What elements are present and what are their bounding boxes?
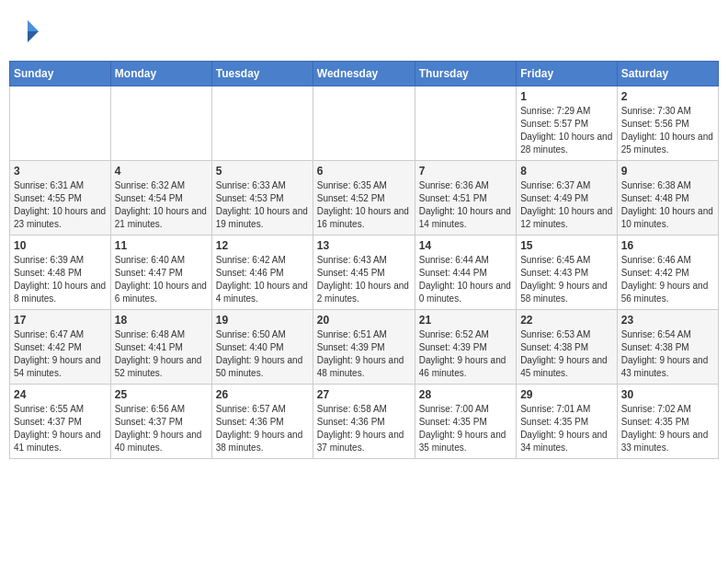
day-info: Sunrise: 6:55 AM Sunset: 4:37 PM Dayligh… [14,403,107,454]
day-number: 7 [419,165,512,178]
day-number: 21 [419,314,512,327]
calendar-cell: 20Sunrise: 6:51 AM Sunset: 4:39 PM Dayli… [313,310,415,385]
day-info: Sunrise: 6:51 AM Sunset: 4:39 PM Dayligh… [317,328,411,380]
calendar-cell: 8Sunrise: 6:37 AM Sunset: 4:49 PM Daylig… [517,161,618,236]
day-info: Sunrise: 6:45 AM Sunset: 4:43 PM Dayligh… [520,254,613,305]
calendar-cell: 15Sunrise: 6:45 AM Sunset: 4:43 PM Dayli… [517,236,618,310]
header-friday: Friday [517,62,618,86]
calendar-cell: 11Sunrise: 6:40 AM Sunset: 4:47 PM Dayli… [110,236,211,310]
day-number: 19 [216,314,309,327]
day-number: 14 [419,239,512,252]
svg-marker-0 [28,20,39,31]
calendar-cell: 25Sunrise: 6:56 AM Sunset: 4:37 PM Dayli… [110,385,211,459]
calendar-cell: 28Sunrise: 7:00 AM Sunset: 4:35 PM Dayli… [415,385,516,459]
day-number: 11 [115,239,208,252]
day-info: Sunrise: 6:32 AM Sunset: 4:54 PM Dayligh… [115,179,208,231]
calendar-cell: 6Sunrise: 6:35 AM Sunset: 4:52 PM Daylig… [313,161,415,236]
calendar-cell: 5Sunrise: 6:33 AM Sunset: 4:53 PM Daylig… [211,161,313,236]
day-number: 6 [317,165,411,178]
calendar-cell: 14Sunrise: 6:44 AM Sunset: 4:44 PM Dayli… [415,236,516,310]
calendar-week-2: 3Sunrise: 6:31 AM Sunset: 4:55 PM Daylig… [10,161,719,236]
day-info: Sunrise: 6:33 AM Sunset: 4:53 PM Dayligh… [216,179,309,231]
calendar-cell: 23Sunrise: 6:54 AM Sunset: 4:38 PM Dayli… [617,310,718,385]
day-number: 30 [621,388,714,401]
day-number: 25 [115,388,208,401]
calendar-cell [313,86,415,161]
day-number: 18 [115,314,208,327]
calendar-week-4: 17Sunrise: 6:47 AM Sunset: 4:42 PM Dayli… [10,310,719,385]
day-info: Sunrise: 6:38 AM Sunset: 4:48 PM Dayligh… [621,179,714,231]
day-info: Sunrise: 6:54 AM Sunset: 4:38 PM Dayligh… [621,328,714,380]
day-info: Sunrise: 7:29 AM Sunset: 5:57 PM Dayligh… [520,105,613,156]
calendar-cell: 12Sunrise: 6:42 AM Sunset: 4:46 PM Dayli… [211,236,313,310]
day-info: Sunrise: 6:56 AM Sunset: 4:37 PM Dayligh… [115,403,208,454]
calendar-cell: 22Sunrise: 6:53 AM Sunset: 4:38 PM Dayli… [517,310,618,385]
calendar-cell [10,86,111,161]
calendar-cell: 19Sunrise: 6:50 AM Sunset: 4:40 PM Dayli… [211,310,313,385]
calendar-cell: 26Sunrise: 6:57 AM Sunset: 4:36 PM Dayli… [211,385,313,459]
day-info: Sunrise: 6:52 AM Sunset: 4:39 PM Dayligh… [419,328,512,380]
day-number: 8 [520,165,613,178]
header-monday: Monday [110,62,211,86]
logo-icon [13,17,42,46]
day-info: Sunrise: 6:58 AM Sunset: 4:36 PM Dayligh… [317,403,411,454]
day-number: 4 [115,165,208,178]
calendar-cell: 18Sunrise: 6:48 AM Sunset: 4:41 PM Dayli… [110,310,211,385]
header-wednesday: Wednesday [313,62,415,86]
day-number: 17 [14,314,107,327]
day-number: 5 [216,165,309,178]
calendar-cell: 4Sunrise: 6:32 AM Sunset: 4:54 PM Daylig… [110,161,211,236]
calendar-cell: 13Sunrise: 6:43 AM Sunset: 4:45 PM Dayli… [313,236,415,310]
day-info: Sunrise: 6:57 AM Sunset: 4:36 PM Dayligh… [216,403,309,454]
day-info: Sunrise: 7:02 AM Sunset: 4:35 PM Dayligh… [621,403,714,454]
day-number: 22 [520,314,613,327]
day-info: Sunrise: 6:39 AM Sunset: 4:48 PM Dayligh… [14,254,107,305]
day-info: Sunrise: 6:35 AM Sunset: 4:52 PM Dayligh… [317,179,411,231]
day-number: 2 [621,90,714,103]
day-info: Sunrise: 7:01 AM Sunset: 4:35 PM Dayligh… [520,403,613,454]
day-info: Sunrise: 6:31 AM Sunset: 4:55 PM Dayligh… [14,179,107,231]
day-info: Sunrise: 6:37 AM Sunset: 4:49 PM Dayligh… [520,179,613,231]
day-info: Sunrise: 6:44 AM Sunset: 4:44 PM Dayligh… [419,254,512,305]
day-number: 15 [520,239,613,252]
header [9,9,719,53]
day-info: Sunrise: 6:53 AM Sunset: 4:38 PM Dayligh… [520,328,613,380]
day-info: Sunrise: 6:46 AM Sunset: 4:42 PM Dayligh… [621,254,714,305]
calendar-cell: 9Sunrise: 6:38 AM Sunset: 4:48 PM Daylig… [617,161,718,236]
calendar-cell: 3Sunrise: 6:31 AM Sunset: 4:55 PM Daylig… [10,161,111,236]
calendar-header-row: SundayMondayTuesdayWednesdayThursdayFrid… [10,62,719,86]
calendar-cell [110,86,211,161]
day-number: 26 [216,388,309,401]
day-number: 16 [621,239,714,252]
day-number: 13 [317,239,411,252]
header-saturday: Saturday [617,62,718,86]
day-number: 27 [317,388,411,401]
day-number: 23 [621,314,714,327]
day-number: 24 [14,388,107,401]
calendar-cell: 29Sunrise: 7:01 AM Sunset: 4:35 PM Dayli… [517,385,618,459]
calendar-cell: 24Sunrise: 6:55 AM Sunset: 4:37 PM Dayli… [10,385,111,459]
day-number: 1 [520,90,613,103]
calendar-cell [415,86,516,161]
calendar-cell: 27Sunrise: 6:58 AM Sunset: 4:36 PM Dayli… [313,385,415,459]
svg-marker-1 [28,31,39,42]
day-info: Sunrise: 6:40 AM Sunset: 4:47 PM Dayligh… [115,254,208,305]
day-number: 10 [14,239,107,252]
calendar-cell [211,86,313,161]
calendar-cell: 17Sunrise: 6:47 AM Sunset: 4:42 PM Dayli… [10,310,111,385]
day-number: 12 [216,239,309,252]
calendar-cell: 1Sunrise: 7:29 AM Sunset: 5:57 PM Daylig… [517,86,618,161]
calendar-week-1: 1Sunrise: 7:29 AM Sunset: 5:57 PM Daylig… [10,86,719,161]
calendar-week-5: 24Sunrise: 6:55 AM Sunset: 4:37 PM Dayli… [10,385,719,459]
header-tuesday: Tuesday [211,62,313,86]
calendar-cell: 30Sunrise: 7:02 AM Sunset: 4:35 PM Dayli… [617,385,718,459]
day-info: Sunrise: 7:00 AM Sunset: 4:35 PM Dayligh… [419,403,512,454]
day-number: 3 [14,165,107,178]
day-info: Sunrise: 6:50 AM Sunset: 4:40 PM Dayligh… [216,328,309,380]
day-number: 29 [520,388,613,401]
day-number: 28 [419,388,512,401]
day-info: Sunrise: 6:42 AM Sunset: 4:46 PM Dayligh… [216,254,309,305]
calendar-cell: 2Sunrise: 7:30 AM Sunset: 5:56 PM Daylig… [617,86,718,161]
calendar-cell: 10Sunrise: 6:39 AM Sunset: 4:48 PM Dayli… [10,236,111,310]
day-info: Sunrise: 6:48 AM Sunset: 4:41 PM Dayligh… [115,328,208,380]
